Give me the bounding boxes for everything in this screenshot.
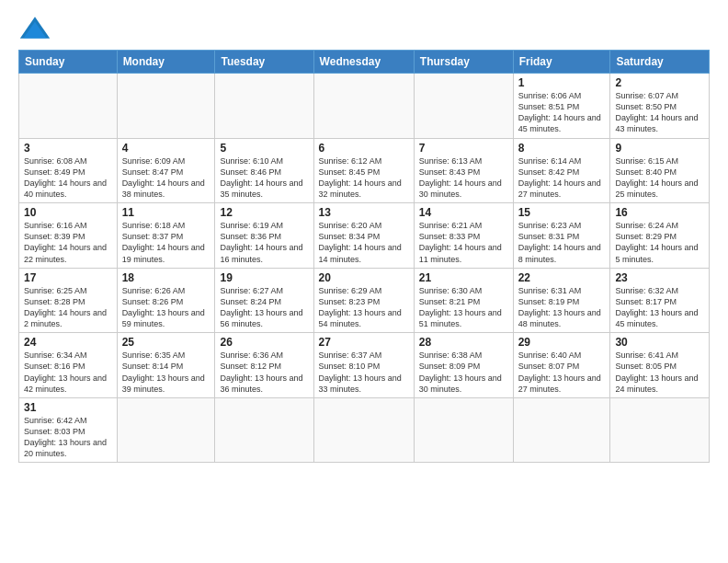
day-info: Sunrise: 6:10 AM Sunset: 8:46 PM Dayligh… — [220, 155, 308, 201]
day-info: Sunrise: 6:42 AM Sunset: 8:03 PM Dayligh… — [24, 415, 112, 460]
day-number: 11 — [122, 206, 210, 219]
calendar-cell: 25Sunrise: 6:35 AM Sunset: 8:14 PM Dayli… — [117, 333, 215, 398]
calendar-week-row: 31Sunrise: 6:42 AM Sunset: 8:03 PM Dayli… — [19, 397, 710, 463]
calendar-cell: 9Sunrise: 6:15 AM Sunset: 8:40 PM Daylig… — [610, 138, 710, 203]
calendar-cell: 14Sunrise: 6:21 AM Sunset: 8:33 PM Dayli… — [414, 203, 513, 269]
day-info: Sunrise: 6:37 AM Sunset: 8:10 PM Dayligh… — [319, 350, 409, 395]
day-info: Sunrise: 6:08 AM Sunset: 8:49 PM Dayligh… — [24, 155, 112, 201]
day-number: 15 — [518, 206, 606, 219]
calendar-cell — [19, 74, 118, 139]
calendar-cell: 27Sunrise: 6:37 AM Sunset: 8:10 PM Dayli… — [313, 333, 414, 398]
calendar-cell — [215, 74, 313, 139]
calendar-cell — [215, 397, 313, 463]
calendar-cell: 6Sunrise: 6:12 AM Sunset: 8:45 PM Daylig… — [313, 138, 414, 203]
calendar-week-row: 3Sunrise: 6:08 AM Sunset: 8:49 PM Daylig… — [19, 138, 710, 203]
calendar-week-row: 1Sunrise: 6:06 AM Sunset: 8:51 PM Daylig… — [19, 74, 710, 139]
calendar-cell — [313, 74, 414, 139]
day-number: 29 — [518, 336, 606, 349]
calendar-cell: 3Sunrise: 6:08 AM Sunset: 8:49 PM Daylig… — [19, 138, 118, 203]
day-info: Sunrise: 6:20 AM Sunset: 8:34 PM Dayligh… — [319, 220, 409, 265]
day-number: 5 — [220, 142, 308, 155]
calendar-cell: 22Sunrise: 6:31 AM Sunset: 8:19 PM Dayli… — [513, 268, 610, 333]
day-number: 8 — [518, 142, 606, 155]
calendar-cell: 23Sunrise: 6:32 AM Sunset: 8:17 PM Dayli… — [610, 268, 710, 333]
day-number: 20 — [319, 271, 409, 284]
day-number: 24 — [24, 336, 112, 349]
calendar-cell — [513, 397, 610, 463]
day-number: 19 — [220, 271, 308, 284]
day-info: Sunrise: 6:23 AM Sunset: 8:31 PM Dayligh… — [518, 220, 606, 265]
day-number: 4 — [122, 142, 210, 155]
day-number: 3 — [24, 142, 112, 155]
day-info: Sunrise: 6:32 AM Sunset: 8:17 PM Dayligh… — [615, 285, 704, 330]
day-number: 30 — [615, 336, 704, 349]
day-number: 6 — [319, 142, 409, 155]
day-info: Sunrise: 6:12 AM Sunset: 8:45 PM Dayligh… — [319, 155, 409, 201]
weekday-header-sunday: Sunday — [19, 51, 118, 74]
day-info: Sunrise: 6:41 AM Sunset: 8:05 PM Dayligh… — [615, 350, 704, 395]
day-number: 23 — [615, 271, 704, 284]
day-info: Sunrise: 6:26 AM Sunset: 8:26 PM Dayligh… — [122, 285, 210, 330]
calendar-cell: 28Sunrise: 6:38 AM Sunset: 8:09 PM Dayli… — [414, 333, 513, 398]
calendar-cell: 21Sunrise: 6:30 AM Sunset: 8:21 PM Dayli… — [414, 268, 513, 333]
day-number: 21 — [419, 271, 508, 284]
day-info: Sunrise: 6:06 AM Sunset: 8:51 PM Dayligh… — [518, 90, 606, 135]
calendar-cell: 8Sunrise: 6:14 AM Sunset: 8:42 PM Daylig… — [513, 138, 610, 203]
header — [18, 15, 710, 40]
calendar-week-row: 24Sunrise: 6:34 AM Sunset: 8:16 PM Dayli… — [19, 333, 710, 398]
weekday-header-friday: Friday — [513, 51, 610, 74]
calendar-cell: 31Sunrise: 6:42 AM Sunset: 8:03 PM Dayli… — [19, 397, 118, 463]
day-number: 31 — [24, 401, 112, 414]
day-number: 2 — [615, 76, 704, 89]
calendar-cell — [414, 397, 513, 463]
day-info: Sunrise: 6:25 AM Sunset: 8:28 PM Dayligh… — [24, 285, 112, 330]
calendar-cell: 7Sunrise: 6:13 AM Sunset: 8:43 PM Daylig… — [414, 138, 513, 203]
calendar-cell: 5Sunrise: 6:10 AM Sunset: 8:46 PM Daylig… — [215, 138, 313, 203]
day-info: Sunrise: 6:14 AM Sunset: 8:42 PM Dayligh… — [518, 155, 606, 201]
weekday-header-monday: Monday — [117, 51, 215, 74]
weekday-header-tuesday: Tuesday — [215, 51, 313, 74]
day-number: 14 — [419, 206, 508, 219]
day-info: Sunrise: 6:35 AM Sunset: 8:14 PM Dayligh… — [122, 350, 210, 395]
day-number: 26 — [220, 336, 308, 349]
calendar-cell: 2Sunrise: 6:07 AM Sunset: 8:50 PM Daylig… — [610, 74, 710, 139]
day-info: Sunrise: 6:36 AM Sunset: 8:12 PM Dayligh… — [220, 350, 308, 395]
day-info: Sunrise: 6:15 AM Sunset: 8:40 PM Dayligh… — [615, 155, 704, 201]
day-number: 9 — [615, 142, 704, 155]
day-number: 22 — [518, 271, 606, 284]
day-info: Sunrise: 6:38 AM Sunset: 8:09 PM Dayligh… — [419, 350, 508, 395]
day-info: Sunrise: 6:16 AM Sunset: 8:39 PM Dayligh… — [24, 220, 112, 265]
day-info: Sunrise: 6:34 AM Sunset: 8:16 PM Dayligh… — [24, 350, 112, 395]
day-info: Sunrise: 6:31 AM Sunset: 8:19 PM Dayligh… — [518, 285, 606, 330]
logo-icon — [18, 15, 51, 40]
calendar-cell: 15Sunrise: 6:23 AM Sunset: 8:31 PM Dayli… — [513, 203, 610, 269]
day-number: 28 — [419, 336, 508, 349]
day-info: Sunrise: 6:09 AM Sunset: 8:47 PM Dayligh… — [122, 155, 210, 201]
day-number: 18 — [122, 271, 210, 284]
day-number: 1 — [518, 76, 606, 89]
calendar-week-row: 10Sunrise: 6:16 AM Sunset: 8:39 PM Dayli… — [19, 203, 710, 269]
day-info: Sunrise: 6:29 AM Sunset: 8:23 PM Dayligh… — [319, 285, 409, 330]
calendar-cell: 24Sunrise: 6:34 AM Sunset: 8:16 PM Dayli… — [19, 333, 118, 398]
calendar-cell: 11Sunrise: 6:18 AM Sunset: 8:37 PM Dayli… — [117, 203, 215, 269]
day-number: 27 — [319, 336, 409, 349]
day-number: 10 — [24, 206, 112, 219]
day-number: 16 — [615, 206, 704, 219]
day-info: Sunrise: 6:27 AM Sunset: 8:24 PM Dayligh… — [220, 285, 308, 330]
day-info: Sunrise: 6:13 AM Sunset: 8:43 PM Dayligh… — [419, 155, 508, 201]
logo — [18, 15, 55, 40]
calendar-cell: 19Sunrise: 6:27 AM Sunset: 8:24 PM Dayli… — [215, 268, 313, 333]
calendar-cell: 12Sunrise: 6:19 AM Sunset: 8:36 PM Dayli… — [215, 203, 313, 269]
day-info: Sunrise: 6:30 AM Sunset: 8:21 PM Dayligh… — [419, 285, 508, 330]
calendar-cell: 16Sunrise: 6:24 AM Sunset: 8:29 PM Dayli… — [610, 203, 710, 269]
day-info: Sunrise: 6:18 AM Sunset: 8:37 PM Dayligh… — [122, 220, 210, 265]
day-number: 7 — [419, 142, 508, 155]
day-number: 17 — [24, 271, 112, 284]
weekday-header-saturday: Saturday — [610, 51, 710, 74]
day-info: Sunrise: 6:07 AM Sunset: 8:50 PM Dayligh… — [615, 90, 704, 135]
calendar-cell — [117, 397, 215, 463]
day-number: 25 — [122, 336, 210, 349]
day-info: Sunrise: 6:19 AM Sunset: 8:36 PM Dayligh… — [220, 220, 308, 265]
calendar-cell: 29Sunrise: 6:40 AM Sunset: 8:07 PM Dayli… — [513, 333, 610, 398]
calendar-week-row: 17Sunrise: 6:25 AM Sunset: 8:28 PM Dayli… — [19, 268, 710, 333]
